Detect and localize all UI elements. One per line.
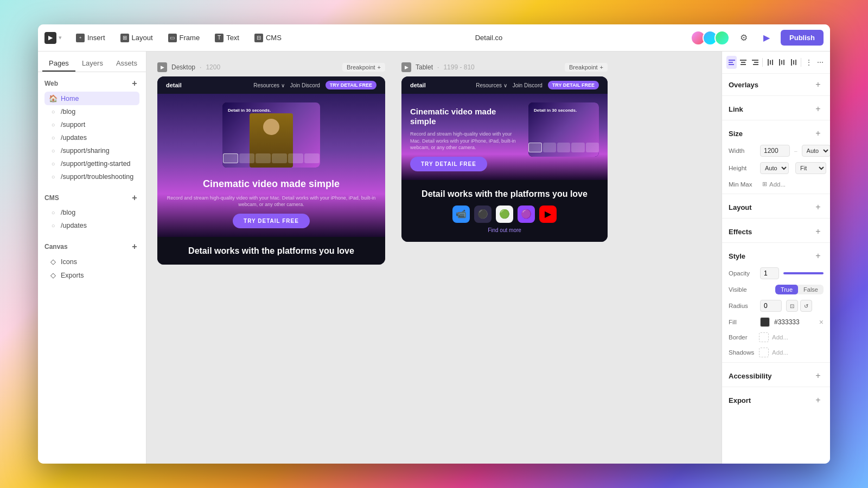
align-middle-btn[interactable] [777, 56, 787, 69]
layout-button[interactable]: ⊞ Layout [115, 31, 158, 45]
frame-label: Frame [180, 34, 200, 42]
shadows-add-label[interactable]: Add... [772, 349, 788, 356]
tablet-find-out-more[interactable]: Find out more [410, 227, 599, 233]
link-add-btn[interactable]: + [813, 104, 824, 114]
visible-row: Visible True False [722, 282, 830, 297]
nav-sharing[interactable]: ○ /support/sharing [44, 144, 139, 157]
align-center-btn[interactable] [738, 56, 748, 69]
layout-title: Layout [729, 203, 752, 211]
tablet-size-val: 1199 - 810 [443, 63, 474, 71]
opacity-slider[interactable] [783, 272, 824, 274]
align-left-btn[interactable] [726, 56, 737, 69]
canvas-icon-exports: ◇ [49, 271, 58, 279]
link-section-row[interactable]: Link + [722, 98, 830, 118]
canvas-area[interactable]: ▶ Desktop · 1200 Breakpoint + detail Res… [146, 52, 722, 464]
platform-cam: 🟢 [496, 206, 513, 223]
nav-support[interactable]: ○ /support [44, 118, 139, 131]
radius-individual-btn[interactable]: ↺ [800, 300, 812, 312]
thumb-2 [239, 153, 254, 163]
cms-button[interactable]: ⊟ CMS [249, 31, 287, 45]
align-right-btn[interactable] [750, 56, 760, 69]
border-label: Border [729, 334, 756, 341]
logo-icon[interactable]: ▶ [44, 32, 56, 44]
nav-home[interactable]: 🏠 Home [44, 92, 139, 105]
web-title: Web [44, 80, 58, 87]
tab-assets[interactable]: Assets [110, 56, 144, 72]
size-section-row[interactable]: Size + [722, 123, 830, 142]
tablet-thumb-2 [543, 143, 556, 152]
width-unit-select[interactable]: Auto px % [802, 145, 830, 157]
add-label-mm: Add... [769, 181, 786, 188]
nav-troubleshooting[interactable]: ○ /support/troubleshooting [44, 170, 139, 183]
radius-input[interactable] [760, 300, 782, 312]
effects-add-btn[interactable]: + [813, 226, 824, 237]
layout-section-row[interactable]: Layout + [722, 196, 830, 216]
nav-cms-updates[interactable]: ○ /updates [44, 219, 139, 232]
page-icon-gs: ○ [49, 160, 58, 167]
align-top-btn[interactable] [765, 56, 775, 69]
align-bottom-btn[interactable] [788, 56, 799, 69]
overlays-section-row[interactable]: Overlays + [722, 74, 830, 93]
layout-add-btn[interactable]: + [813, 202, 824, 213]
desktop-try-btn[interactable]: TRY DETAIL FREE [326, 81, 376, 89]
cms-add-button[interactable]: + [130, 193, 139, 203]
nav-exports[interactable]: ◇ Exports [44, 268, 139, 282]
tablet-video-overlay: Detail in 30 seconds. [534, 108, 577, 113]
thumb-4 [272, 153, 287, 163]
tablet-try-btn[interactable]: TRY DETAIL FREE [548, 81, 599, 89]
tablet-hero-subtitle: Record and stream high-quality video wit… [410, 131, 522, 151]
tab-pages[interactable]: Pages [42, 56, 75, 72]
nav-icons[interactable]: ◇ Icons [44, 255, 139, 268]
size-add-btn[interactable]: + [813, 128, 824, 139]
visible-false-option[interactable]: False [798, 285, 824, 294]
accessibility-add-btn[interactable]: + [813, 370, 824, 381]
frame-button[interactable]: ▭ Frame [163, 31, 206, 45]
export-add-btn[interactable]: + [813, 395, 824, 406]
accessibility-section-row[interactable]: Accessibility + [722, 365, 830, 384]
visible-toggle[interactable]: True False [775, 285, 824, 294]
toolbar-right: ⚙ ▶ Publish [691, 29, 824, 47]
overlays-add-btn[interactable]: + [813, 79, 824, 90]
tablet-hero-title: Cinematic video made simple [410, 107, 522, 126]
nav-getting-started[interactable]: ○ /support/getting-started [44, 157, 139, 170]
fill-swatch[interactable] [760, 317, 770, 327]
nav-blog[interactable]: ○ /blog [44, 105, 139, 118]
play-button[interactable]: ▶ [758, 29, 775, 47]
tab-layers[interactable]: Layers [75, 56, 110, 72]
desktop-size-val: 1200 [206, 63, 220, 71]
height-value-select[interactable]: Auto px [760, 162, 789, 174]
radius-uniform-btn[interactable]: ⊡ [786, 300, 798, 312]
publish-button[interactable]: Publish [781, 30, 824, 46]
distribute-h-btn[interactable]: ⋮ [803, 56, 814, 69]
tablet-frame-container: ▶ Tablet · 1199 - 810 Breakpoint + detai… [401, 62, 608, 453]
border-add-label[interactable]: Add... [772, 334, 788, 341]
style-add-btn[interactable]: + [813, 251, 824, 261]
nav-cms-blog[interactable]: ○ /blog [44, 206, 139, 219]
style-section-row[interactable]: Style + [722, 245, 830, 265]
desktop-breakpoint-btn[interactable]: Breakpoint + [342, 63, 385, 72]
logo-arrow[interactable]: ▾ [59, 34, 62, 41]
tablet-play-icon: ▶ [401, 62, 411, 72]
text-button[interactable]: T Text [209, 31, 245, 45]
height-row: Height Auto px Fit Fill Fixed [722, 159, 830, 177]
web-add-button[interactable]: + [130, 79, 139, 88]
tablet-hero-cta[interactable]: TRY DETAIL FREE [410, 157, 487, 171]
height-unit-select[interactable]: Fit Fill Fixed [795, 162, 826, 174]
distribute-v-btn[interactable]: ⋯ [815, 56, 826, 69]
insert-button[interactable]: + Insert [71, 31, 111, 45]
tablet-nav: detail Resources ∨ Join Discord TRY DETA… [401, 76, 608, 94]
canvas-add-button[interactable]: + [130, 242, 139, 252]
visible-true-option[interactable]: True [775, 285, 798, 294]
nav-updates[interactable]: ○ /updates [44, 131, 139, 144]
min-max-add-btn[interactable]: ⊞ Add... [760, 179, 788, 189]
page-icon-updates: ○ [49, 134, 58, 141]
tablet-breakpoint-btn[interactable]: Breakpoint + [565, 63, 608, 72]
width-input[interactable] [760, 145, 790, 157]
effects-section-row[interactable]: Effects + [722, 221, 830, 240]
export-section-row[interactable]: Export + [722, 389, 830, 409]
opacity-input[interactable] [760, 267, 779, 279]
tablet-nav-right: Resources ∨ Join Discord TRY DETAIL FREE [476, 81, 599, 89]
settings-button[interactable]: ⚙ [735, 29, 752, 47]
desktop-hero-cta[interactable]: TRY DETAIL FREE [233, 214, 310, 228]
fill-remove-btn[interactable]: × [819, 318, 824, 326]
